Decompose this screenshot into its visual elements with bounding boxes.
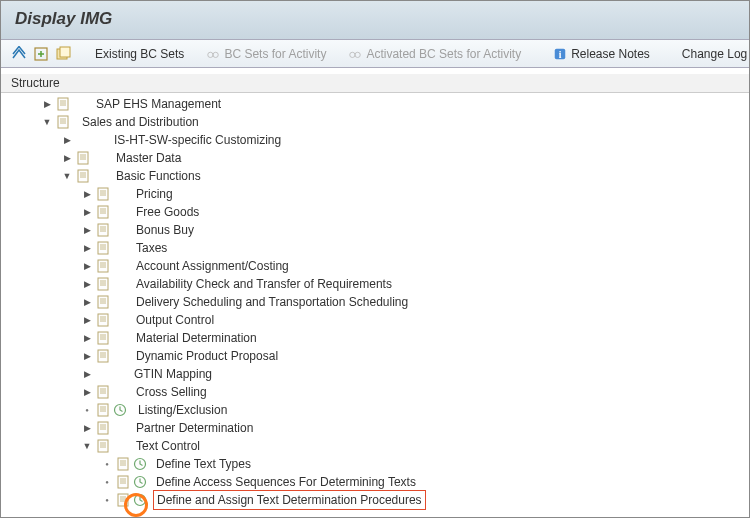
tree-label: Sales and Distribution: [79, 113, 202, 131]
execute-icon[interactable]: [133, 457, 147, 471]
svg-rect-24: [98, 404, 108, 416]
tree-label: Output Control: [133, 311, 217, 329]
img-activity-icon[interactable]: [117, 457, 131, 471]
svg-rect-11: [78, 152, 88, 164]
svg-rect-19: [98, 296, 108, 308]
tree-node[interactable]: ▶Taxes: [11, 239, 749, 257]
expand-icon[interactable]: ▶: [81, 242, 93, 254]
tree-node[interactable]: ▶Cross Selling: [11, 383, 749, 401]
tree: ▶ SAP EHS Management ▼ Sales and Distrib…: [1, 93, 749, 509]
tree-node[interactable]: ▶Free Goods: [11, 203, 749, 221]
svg-rect-15: [98, 224, 108, 236]
tree-node-sales-distribution[interactable]: ▼ Sales and Distribution: [11, 113, 749, 131]
expand-icon[interactable]: ▶: [81, 332, 93, 344]
execute-icon[interactable]: [133, 475, 147, 489]
svg-rect-23: [98, 386, 108, 398]
img-activity-icon[interactable]: [97, 259, 111, 273]
img-activity-icon[interactable]: [97, 205, 111, 219]
tree-node-text-control[interactable]: ▼Text Control: [11, 437, 749, 455]
tree-node-basic-functions[interactable]: ▼ Basic Functions: [11, 167, 749, 185]
expand-icon[interactable]: ▶: [81, 350, 93, 362]
img-activity-icon[interactable]: [97, 187, 111, 201]
svg-point-4: [213, 52, 218, 57]
tree-label-highlighted: Define and Assign Text Determination Pro…: [153, 490, 426, 510]
expand-icon[interactable]: ▶: [81, 278, 93, 290]
tree-node[interactable]: ●Define Text Types: [11, 455, 749, 473]
img-activity-icon[interactable]: [97, 421, 111, 435]
expand-icon[interactable]: ▶: [61, 152, 73, 164]
execute-icon[interactable]: [113, 403, 127, 417]
expand-icon[interactable]: ▶: [81, 296, 93, 308]
tree-label: Basic Functions: [113, 167, 204, 185]
expand-icon[interactable]: ▶: [81, 422, 93, 434]
tree-node[interactable]: ▶Bonus Buy: [11, 221, 749, 239]
collapse-icon[interactable]: [33, 45, 49, 63]
expand-icon[interactable]: ▶: [61, 134, 73, 146]
app-window: Display IMG Existing BC Sets BC Sets for…: [0, 0, 750, 518]
tree-node[interactable]: ▶Delivery Scheduling and Transportation …: [11, 293, 749, 311]
release-notes-label: Release Notes: [571, 47, 650, 61]
img-activity-icon[interactable]: [57, 115, 71, 129]
img-activity-icon[interactable]: [57, 97, 71, 111]
svg-rect-9: [58, 98, 68, 110]
img-activity-icon[interactable]: [97, 439, 111, 453]
img-activity-icon[interactable]: [97, 223, 111, 237]
tree-label: Pricing: [133, 185, 176, 203]
tree-node[interactable]: ▶Account Assignment/Costing: [11, 257, 749, 275]
expand-icon[interactable]: ▶: [81, 368, 93, 380]
collapse-icon[interactable]: ▼: [81, 440, 93, 452]
tree-node[interactable]: ●Define Access Sequences For Determining…: [11, 473, 749, 491]
img-activity-icon[interactable]: [97, 385, 111, 399]
tree-node[interactable]: ▶Material Determination: [11, 329, 749, 347]
img-activity-icon[interactable]: [97, 403, 111, 417]
img-activity-icon[interactable]: [117, 475, 131, 489]
expand-all-icon[interactable]: [11, 45, 27, 63]
expand-icon[interactable]: ▶: [81, 314, 93, 326]
tree-node-sap-ehs[interactable]: ▶ SAP EHS Management: [11, 95, 749, 113]
tree-label: Text Control: [133, 437, 203, 455]
tree-node[interactable]: ▶Dynamic Product Proposal: [11, 347, 749, 365]
leaf-bullet: ●: [101, 494, 113, 506]
tree-node[interactable]: ▶Availability Check and Transfer of Requ…: [11, 275, 749, 293]
where-used-icon[interactable]: [55, 45, 71, 63]
expand-icon[interactable]: ▶: [81, 224, 93, 236]
existing-bc-sets-button[interactable]: Existing BC Sets: [87, 45, 192, 63]
img-activity-icon[interactable]: [97, 331, 111, 345]
svg-rect-26: [98, 422, 108, 434]
img-activity-icon[interactable]: [97, 295, 111, 309]
release-notes-button[interactable]: i Release Notes: [545, 45, 658, 63]
tree-label: SAP EHS Management: [93, 95, 224, 113]
img-activity-icon[interactable]: [97, 277, 111, 291]
execute-icon[interactable]: [133, 493, 147, 507]
svg-rect-28: [118, 458, 128, 470]
tree-node[interactable]: ▶GTIN Mapping: [11, 365, 749, 383]
expand-icon[interactable]: ▶: [41, 98, 53, 110]
img-activity-icon[interactable]: [97, 241, 111, 255]
svg-rect-2: [60, 47, 70, 57]
tree-node[interactable]: ●Listing/Exclusion: [11, 401, 749, 419]
tree-node[interactable]: ▶Partner Determination: [11, 419, 749, 437]
change-log-button[interactable]: Change Log: [674, 45, 750, 63]
tree-node[interactable]: ▶Output Control: [11, 311, 749, 329]
img-activity-icon[interactable]: [77, 169, 91, 183]
img-activity-icon[interactable]: [77, 151, 91, 165]
expand-icon[interactable]: ▶: [81, 260, 93, 272]
collapse-icon[interactable]: ▼: [61, 170, 73, 182]
expand-icon[interactable]: ▶: [81, 188, 93, 200]
expand-icon[interactable]: ▶: [81, 206, 93, 218]
tree-node[interactable]: ▶ IS-HT-SW-specific Customizing: [11, 131, 749, 149]
svg-point-3: [208, 52, 213, 57]
activated-bc-sets-button[interactable]: Activated BC Sets for Activity: [340, 45, 529, 63]
bc-sets-for-activity-button[interactable]: BC Sets for Activity: [198, 45, 334, 63]
expand-icon[interactable]: ▶: [81, 386, 93, 398]
tree-label: Define Access Sequences For Determining …: [153, 473, 419, 491]
img-activity-icon[interactable]: [97, 349, 111, 363]
collapse-icon[interactable]: ▼: [41, 116, 53, 128]
tree-node[interactable]: ▶ Master Data: [11, 149, 749, 167]
tree-label: Dynamic Product Proposal: [133, 347, 281, 365]
tree-node[interactable]: ▶Pricing: [11, 185, 749, 203]
change-log-label: Change Log: [682, 47, 747, 61]
tree-node-define-assign-text-determination[interactable]: ●Define and Assign Text Determination Pr…: [11, 491, 749, 509]
img-activity-icon[interactable]: [117, 493, 131, 507]
img-activity-icon[interactable]: [97, 313, 111, 327]
